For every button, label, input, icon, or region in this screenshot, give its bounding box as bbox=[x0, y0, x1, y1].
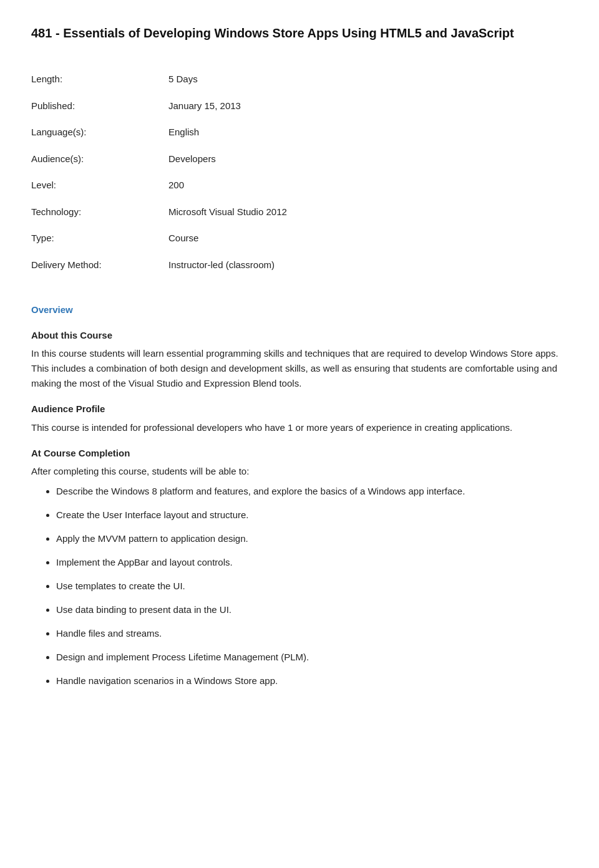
metadata-label: Type: bbox=[31, 225, 168, 252]
list-item: Implement the AppBar and layout controls… bbox=[56, 555, 568, 570]
list-item: Handle navigation scenarios in a Windows… bbox=[56, 673, 568, 688]
about-heading: About this Course bbox=[31, 329, 568, 343]
metadata-label: Technology: bbox=[31, 199, 168, 226]
list-item: Create the User Interface layout and str… bbox=[56, 508, 568, 523]
audience-heading: Audience Profile bbox=[31, 402, 568, 417]
metadata-row: Technology:Microsoft Visual Studio 2012 bbox=[31, 199, 568, 226]
list-item: Use templates to create the UI. bbox=[56, 579, 568, 594]
completion-list: Describe the Windows 8 platform and feat… bbox=[56, 484, 568, 688]
metadata-label: Delivery Method: bbox=[31, 252, 168, 279]
metadata-value: Developers bbox=[168, 146, 568, 173]
list-item: Use data binding to present data in the … bbox=[56, 602, 568, 617]
list-item: Describe the Windows 8 platform and feat… bbox=[56, 484, 568, 499]
metadata-label: Language(s): bbox=[31, 119, 168, 146]
metadata-row: Language(s):English bbox=[31, 119, 568, 146]
metadata-row: Type:Course bbox=[31, 225, 568, 252]
metadata-table: Length:5 DaysPublished:January 15, 2013L… bbox=[31, 66, 568, 278]
metadata-value: English bbox=[168, 119, 568, 146]
list-item: Handle files and streams. bbox=[56, 626, 568, 641]
metadata-row: Level:200 bbox=[31, 172, 568, 199]
metadata-label: Audience(s): bbox=[31, 146, 168, 173]
about-text: In this course students will learn essen… bbox=[31, 346, 568, 391]
overview-section: Overview About this Course In this cours… bbox=[31, 303, 568, 688]
page-title: 481 - Essentials of Developing Windows S… bbox=[31, 25, 568, 41]
overview-heading: Overview bbox=[31, 303, 568, 317]
metadata-label: Level: bbox=[31, 172, 168, 199]
completion-heading: At Course Completion bbox=[31, 446, 568, 461]
completion-intro: After completing this course, students w… bbox=[31, 464, 568, 479]
metadata-value: Course bbox=[168, 225, 568, 252]
metadata-value: 200 bbox=[168, 172, 568, 199]
metadata-value: January 15, 2013 bbox=[168, 93, 568, 120]
audience-text: This course is intended for professional… bbox=[31, 420, 568, 435]
metadata-label: Published: bbox=[31, 93, 168, 120]
metadata-label: Length: bbox=[31, 66, 168, 93]
metadata-row: Length:5 Days bbox=[31, 66, 568, 93]
metadata-value: 5 Days bbox=[168, 66, 568, 93]
metadata-value: Microsoft Visual Studio 2012 bbox=[168, 199, 568, 226]
list-item: Apply the MVVM pattern to application de… bbox=[56, 531, 568, 546]
metadata-row: Delivery Method:Instructor-led (classroo… bbox=[31, 252, 568, 279]
metadata-row: Audience(s):Developers bbox=[31, 146, 568, 173]
list-item: Design and implement Process Lifetime Ma… bbox=[56, 650, 568, 665]
metadata-value: Instructor-led (classroom) bbox=[168, 252, 568, 279]
metadata-row: Published:January 15, 2013 bbox=[31, 93, 568, 120]
